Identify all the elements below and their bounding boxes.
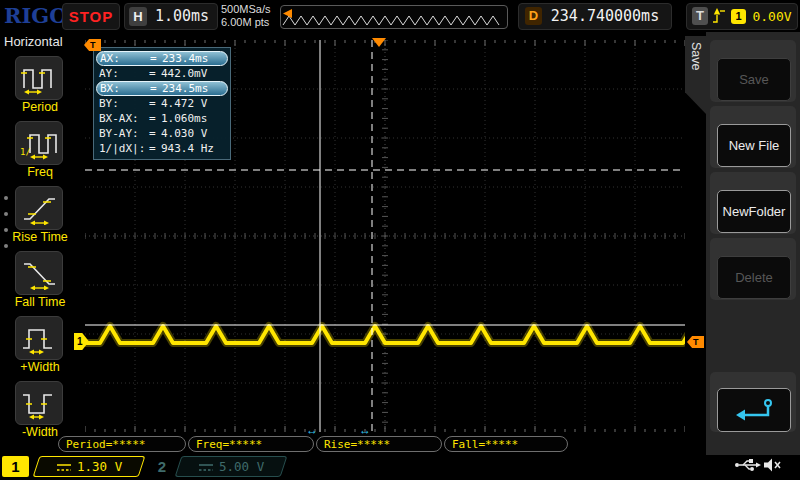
trigger-source-badge: 1 [731,9,746,24]
delay-badge: D [525,7,542,25]
acquisition-info: 500MSa/s 6.00M pts [221,3,271,29]
trigger-badge: T [692,7,708,25]
softkey-freq[interactable]: 1/ [15,121,63,165]
horizontal-badge: H [129,7,147,26]
trigger-box[interactable]: T 1 0.00V [686,3,798,30]
cursor-row-freq: 1/|dX|:=943.4 Hz [96,141,228,156]
back-button[interactable] [717,388,791,432]
menu-scroll-dot [4,212,8,216]
channel1-scale: 1.30 V [77,459,122,474]
horizontal-timebase-box[interactable]: H 1.00ms [124,3,218,30]
period-icon [20,62,58,95]
menu-tab-save: Save [685,36,706,114]
waveform-preview-strip[interactable] [280,5,508,29]
menu-scroll-dot [4,228,8,232]
cursor-row-ay: AY:=442.0mV [96,66,228,81]
run-state-indicator[interactable]: STOP [62,3,120,30]
channel2-scale: 5.00 V [219,459,264,474]
back-arrow-icon [732,397,776,423]
fall-time-icon [20,257,58,290]
oscilloscope-screen: RIGOL STOP H 1.00ms 500MSa/s 6.00M pts D… [0,0,800,480]
timebase-value: 1.00ms [151,4,213,29]
softkey-fall-time[interactable] [15,251,63,295]
save-button[interactable]: Save [717,58,791,101]
softkey-plus-width-label: +Width [0,360,80,374]
memory-depth: 6.00M pts [221,16,271,29]
delete-button[interactable]: Delete [717,256,791,299]
softkey-rise-time[interactable] [15,186,63,230]
delay-position-marker[interactable] [372,38,386,47]
rise-time-icon [20,192,58,225]
preview-waveform [281,6,507,28]
trigger-level-value: 0.00V [749,4,795,29]
cursor-row-by: BY:=4.472 V [96,96,228,111]
sample-rate: 500MSa/s [221,3,271,16]
top-status-bar: RIGOL STOP H 1.00ms 500MSa/s 6.00M pts D… [0,0,800,32]
delay-value: 234.740000ms [543,4,667,29]
freq-icon: 1/ [20,127,58,160]
cursor-row-bxax: BX-AX:=1.060ms [96,111,228,126]
trigger-slope-icon [712,7,726,25]
plus-width-icon [20,322,58,355]
coupling-dc-icon [198,461,214,473]
graticule-display: AX:=233.4ms AY:=442.0mV BX:=234.5ms BY:=… [85,40,685,432]
measure-fall: Fall=***** [444,436,568,452]
softkey-plus-width[interactable] [15,316,63,360]
measure-freq: Freq=***** [188,436,314,452]
new-file-button[interactable]: New File [717,124,791,167]
measure-rise: Rise=***** [316,436,442,452]
softkey-period-label: Period [0,100,80,114]
trigger-level-marker[interactable]: T [687,336,704,348]
minus-width-icon [20,387,58,420]
softkey-period[interactable] [15,56,63,100]
channel2-badge[interactable]: 2 [152,456,172,477]
menu-scroll-dot [4,196,8,200]
left-menu-title: Horizontal [4,34,63,49]
softkey-minus-width[interactable] [15,381,63,425]
channel1-badge[interactable]: 1 [2,456,29,477]
cursor-readout-panel: AX:=233.4ms AY:=442.0mV BX:=234.5ms BY:=… [93,47,231,160]
coupling-dc-icon [56,461,72,473]
speaker-muted-icon [762,457,782,473]
delay-box[interactable]: D 234.740000ms [518,3,672,30]
cursor-row-ax: AX:=233.4ms [96,51,228,66]
svg-text:1/: 1/ [20,147,31,157]
menu-scroll-dot [4,244,8,248]
usb-icon [734,457,762,473]
channel1-scale-box[interactable]: 1.30 V [33,456,146,477]
cursor-row-byay: BY-AY:=4.030 V [96,126,228,141]
measure-period: Period=***** [58,436,186,452]
cursor-b-handle[interactable]: ↔ [359,423,371,437]
cursor-row-bx: BX:=234.5ms [96,81,228,96]
softkey-rise-time-label: Rise Time [0,230,80,244]
softkey-fall-time-label: Fall Time [0,295,80,309]
softkey-freq-label: Freq [0,165,80,179]
new-folder-button[interactable]: NewFolder [717,190,791,233]
cursor-a-handle[interactable]: ↔ [306,423,318,437]
channel2-scale-box[interactable]: 5.00 V [175,456,288,477]
